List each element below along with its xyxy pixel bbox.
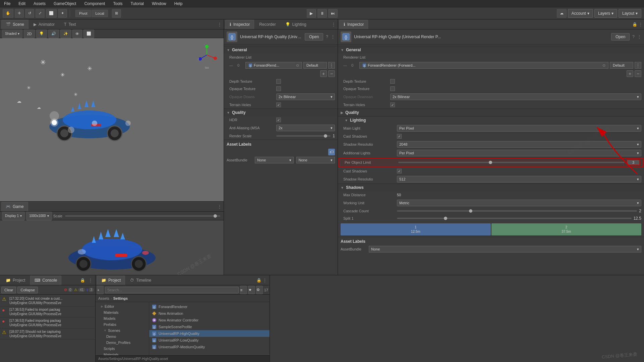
renderer-chip-right[interactable]: {} ForwardRenderer (Forward... ⊙: [359, 62, 608, 69]
scale-tool-btn[interactable]: ⤢: [36, 9, 45, 18]
tab-recorder[interactable]: Recorder: [255, 20, 280, 29]
tab-inspector-left[interactable]: ℹ Inspector: [225, 20, 254, 29]
per-object-slider[interactable]: [398, 162, 625, 163]
bundle-none2-dropdown-left[interactable]: None ▾: [296, 157, 335, 163]
tab-project-console[interactable]: 📁 Project: [1, 276, 30, 285]
game-view[interactable]: CSDN @卷王来袭: [0, 220, 224, 275]
shadow-res2-dropdown[interactable]: 512 ▾: [397, 176, 641, 183]
tree-scenes[interactable]: ▼ Scenes: [96, 328, 149, 334]
tree-scripts[interactable]: Scripts: [96, 346, 149, 352]
collab-btn[interactable]: ☁: [557, 9, 567, 18]
bundle-none-dropdown-left[interactable]: None ▾: [255, 157, 294, 163]
additional-lights-dropdown[interactable]: Per Pixel ▾: [397, 150, 641, 156]
resolution-dropdown[interactable]: 1000x1000 ▾: [26, 212, 52, 220]
shadows-section[interactable]: ▼ Shadows: [338, 184, 644, 191]
pause-btn[interactable]: ⏸: [317, 9, 327, 18]
tree-demo-profiles[interactable]: Demo_Profiles: [96, 340, 149, 346]
depth-texture-checkbox-left[interactable]: [276, 79, 281, 84]
2d-btn[interactable]: 2D: [24, 29, 35, 38]
remove-renderer-btn[interactable]: −: [328, 70, 335, 77]
tab-scene[interactable]: 🎬 Scene: [1, 20, 28, 29]
renderer-menu-right[interactable]: ⋮: [635, 62, 641, 69]
collapse-btn[interactable]: Collapse: [17, 287, 38, 293]
general-section-right[interactable]: ▼ General: [338, 46, 644, 54]
add-renderer-btn-right[interactable]: +: [627, 70, 633, 77]
file-new-animation[interactable]: New Animation: [149, 310, 270, 317]
rotate-tool-btn[interactable]: ↺: [25, 9, 34, 18]
per-object-limit-row[interactable]: Per Object Limit: [339, 158, 643, 167]
general-section-left[interactable]: ▼ General: [224, 46, 338, 54]
tab-animator[interactable]: ▶ Animator: [29, 20, 59, 29]
clear-btn[interactable]: Clear: [1, 287, 16, 293]
gizmos-btn[interactable]: ⬜: [83, 29, 94, 38]
split1-slider[interactable]: [397, 218, 632, 219]
move-tool-btn[interactable]: ✛: [15, 9, 24, 18]
cascade-count-slider[interactable]: [397, 210, 637, 212]
tab-project[interactable]: 📁 Project: [97, 276, 125, 285]
file-urp-low[interactable]: {} UniversalRP-LowQuality: [149, 337, 270, 344]
terrain-holes-checkbox-left[interactable]: ✓: [276, 102, 281, 107]
opaque-texture-checkbox-right[interactable]: [390, 86, 395, 91]
console-more-icon[interactable]: ⋮: [87, 278, 94, 283]
opaque-down-dropdown-left[interactable]: 2x Bilinear ▾: [276, 93, 335, 100]
project-more-icon[interactable]: ⋮: [263, 278, 267, 283]
menu-tutorial[interactable]: Tutorial: [129, 1, 145, 6]
rect-tool-btn[interactable]: ⬜: [46, 9, 57, 18]
scale-slider[interactable]: [65, 215, 220, 217]
quality-section-right[interactable]: ▶ Quality: [338, 108, 644, 116]
console-entry-3[interactable]: ⚠ [18:07:37] Should not be capturing Uni…: [0, 329, 95, 340]
step-btn[interactable]: ⏭: [328, 9, 338, 18]
menu-file[interactable]: File: [3, 1, 12, 6]
layout-btn[interactable]: Layout ▾: [619, 9, 641, 18]
project-filter-btn[interactable]: ≡: [240, 286, 247, 294]
tree-prefabs[interactable]: Prefabs: [96, 321, 149, 328]
multi-tool-btn[interactable]: ✦: [58, 9, 67, 18]
console-entry-1[interactable]: ● [17:36:53] Failed to import packag Uni…: [0, 306, 95, 317]
more-icon-left[interactable]: ⋮: [331, 34, 335, 39]
shading-dropdown[interactable]: Shaded ▾: [2, 29, 22, 38]
file-urp-high[interactable]: {} UniversalRP-HighQuality: [149, 330, 270, 337]
menu-window[interactable]: Window: [151, 1, 168, 6]
open-btn-left[interactable]: Open: [305, 33, 323, 41]
project-search-input[interactable]: [105, 287, 239, 293]
renderer-chip-left[interactable]: {} ForwardRend... ⊙: [245, 62, 302, 69]
display-dropdown[interactable]: Display 1 ▾: [2, 212, 25, 220]
opaque-texture-checkbox-left[interactable]: [276, 86, 281, 91]
cast-shadows2-checkbox[interactable]: ✓: [397, 169, 402, 173]
lighting-section-right[interactable]: ▼ Lighting: [338, 116, 644, 124]
more-icon-right[interactable]: ⋮: [639, 22, 643, 27]
question-icon-right[interactable]: ?: [632, 34, 635, 39]
breadcrumb-assets[interactable]: Assets: [98, 296, 109, 300]
game-tab-more[interactable]: ⋮: [217, 204, 222, 209]
anti-aliasing-dropdown-left[interactable]: 2x ▾: [276, 125, 335, 131]
asset-tag-icon[interactable]: 🏷: [328, 149, 335, 155]
terrain-holes-checkbox-right[interactable]: ✓: [390, 102, 395, 107]
file-sample-scene[interactable]: {} SampleSceneProfile: [149, 323, 270, 330]
layers-btn[interactable]: Layers ▾: [594, 9, 617, 18]
account-btn[interactable]: Account ▾: [568, 9, 593, 18]
audio-toggle[interactable]: 🔊: [48, 29, 59, 38]
tree-models[interactable]: Models: [96, 315, 149, 321]
per-object-input[interactable]: [627, 159, 640, 165]
breadcrumb-settings[interactable]: Settings: [113, 296, 128, 300]
depth-texture-checkbox-right[interactable]: [390, 79, 395, 84]
menu-component[interactable]: Component: [83, 1, 106, 6]
tree-editor[interactable]: ▶ Editor: [96, 303, 149, 309]
hidden-toggle[interactable]: 👁: [72, 29, 82, 38]
effects-toggle[interactable]: ✨: [60, 29, 71, 38]
menu-tools[interactable]: Tools: [112, 1, 124, 6]
console-entry-2[interactable]: ● [17:36:53] Failed importing packag Uni…: [0, 317, 95, 329]
main-light-dropdown[interactable]: Per Pixel ▾: [397, 125, 641, 132]
tree-materials[interactable]: Materials: [96, 309, 149, 315]
menu-assets[interactable]: Assets: [32, 1, 47, 6]
open-btn-right[interactable]: Open: [611, 33, 630, 41]
inspector-left-more[interactable]: ⋮: [331, 22, 336, 27]
grid-btn[interactable]: ⊞: [112, 9, 121, 18]
play-btn[interactable]: ▶: [307, 9, 316, 18]
remove-renderer-btn-right[interactable]: −: [635, 70, 641, 77]
question-icon-left[interactable]: ?: [326, 34, 328, 39]
opaque-down-dropdown-right[interactable]: 2x Bilinear ▾: [390, 93, 641, 100]
console-lock-icon[interactable]: 🔒: [79, 278, 86, 283]
local-btn[interactable]: Local: [92, 10, 108, 17]
menu-help[interactable]: Help: [173, 1, 184, 6]
